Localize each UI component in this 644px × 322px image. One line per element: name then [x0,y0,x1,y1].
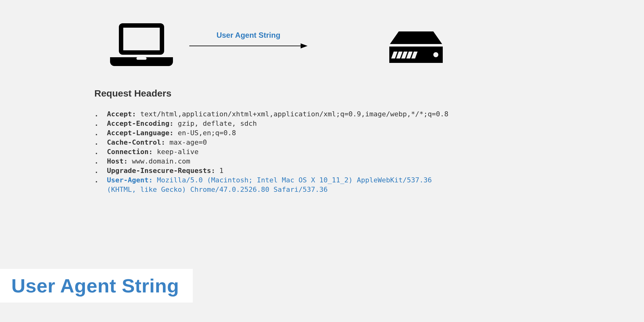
header-name: Accept-Language: [107,129,174,137]
header-line: .User-Agent: Mozilla/5.0 (Macintosh; Int… [94,175,581,185]
header-name: Cache-Control: [107,138,165,146]
bullet: . [94,175,107,185]
header-content: Cache-Control: max-age=0 [107,138,207,147]
diagram-row: User Agent String [94,22,550,72]
header-name: User-Agent: [107,176,153,184]
header-value: www.domain.com [128,157,190,165]
header-line: .Accept-Language: en-US,en;q=0.8 [94,128,581,138]
bullet: . [94,157,107,166]
header-value: gzip, deflate, sdch [174,119,257,127]
svg-marker-5 [390,31,442,44]
bullet: . [94,119,107,128]
header-line: .Host: www.domain.com [94,157,581,166]
header-value: keep-alive [153,148,199,156]
slide-title: User Agent String [11,275,179,297]
header-value: max-age=0 [165,138,207,146]
header-content: Accept-Language: en-US,en;q=0.8 [107,128,236,138]
bullet: . [94,128,107,138]
header-value: 1 [215,167,224,175]
arrow-icon [189,42,308,50]
request-headers-block: Request Headers .Accept: text/html,appli… [94,88,581,194]
header-line: .Upgrade-Insecure-Requests: 1 [94,166,581,175]
header-line: .Accept-Encoding: gzip, deflate, sdch [94,119,581,128]
bullet: . [94,138,107,147]
header-line: .Cache-Control: max-age=0 [94,138,581,147]
header-name: Upgrade-Insecure-Requests: [107,167,215,175]
svg-rect-6 [389,44,443,47]
svg-rect-2 [136,57,147,60]
header-name: Host: [107,157,128,165]
header-content: Accept-Encoding: gzip, deflate, sdch [107,119,257,128]
svg-rect-1 [123,28,160,50]
bullet: . [94,109,107,119]
header-value: en-US,en;q=0.8 [174,129,236,137]
header-content: Host: www.domain.com [107,157,190,166]
section-title: Request Headers [94,88,581,99]
header-name: Accept: [107,110,136,118]
headers-list: .Accept: text/html,application/xhtml+xml… [94,109,581,194]
header-value: text/html,application/xhtml+xml,applicat… [136,110,448,118]
header-content: Accept: text/html,application/xhtml+xml,… [107,109,448,119]
header-content: User-Agent: Mozilla/5.0 (Macintosh; Inte… [107,175,432,185]
svg-marker-4 [301,43,308,48]
arrow-label: User Agent String [189,31,308,40]
header-value-continuation: (KHTML, like Gecko) Chrome/47.0.2526.80 … [107,185,581,194]
svg-point-13 [433,52,438,57]
header-content: Upgrade-Insecure-Requests: 1 [107,166,224,175]
header-line: .Connection: keep-alive [94,147,581,157]
server-icon [389,31,443,67]
header-name: Accept-Encoding: [107,119,174,127]
slide-title-box: User Agent String [0,269,193,303]
laptop-icon [107,22,176,70]
header-value: Mozilla/5.0 (Macintosh; Intel Mac OS X 1… [153,176,432,184]
bullet: . [94,166,107,175]
header-line: .Accept: text/html,application/xhtml+xml… [94,109,581,119]
header-content: Connection: keep-alive [107,147,198,157]
arrow: User Agent String [189,31,308,51]
bullet: . [94,147,107,157]
header-name: Connection: [107,148,153,156]
